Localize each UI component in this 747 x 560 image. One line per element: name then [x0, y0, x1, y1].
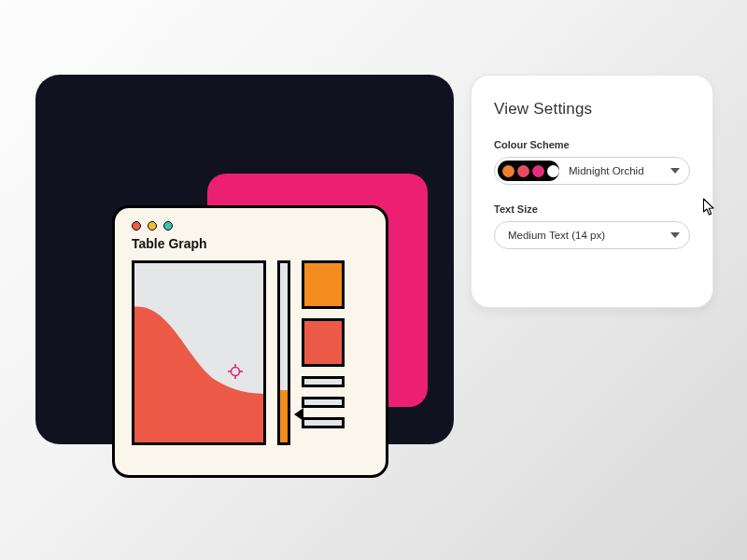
app-window-title: Table Graph	[132, 236, 369, 251]
vertical-slider-track[interactable]	[277, 260, 290, 445]
slider-wrapper	[277, 260, 290, 445]
scheme-swatch-4	[547, 165, 559, 177]
canvas[interactable]	[132, 260, 266, 445]
window-close-dot[interactable]	[132, 221, 141, 231]
colour-scheme-value: Midnight Orchid	[569, 165, 665, 176]
scheme-swatch-preview	[498, 161, 559, 181]
view-settings-panel: View Settings Colour Scheme Midnight Orc…	[471, 75, 713, 308]
swatch-secondary[interactable]	[302, 318, 345, 367]
field-text-size: Text Size Medium Text (14 px)	[494, 203, 690, 249]
swatch-slot-empty[interactable]	[302, 397, 345, 408]
slider-caret-icon[interactable]	[294, 408, 303, 421]
text-size-label: Text Size	[494, 203, 690, 215]
panel-title: View Settings	[494, 100, 690, 119]
text-size-dropdown[interactable]: Medium Text (14 px)	[494, 221, 690, 249]
swatch-stack	[302, 260, 345, 445]
workspace	[132, 260, 369, 445]
swatch-primary[interactable]	[302, 260, 345, 309]
colour-scheme-dropdown[interactable]: Midnight Orchid	[494, 157, 690, 185]
chevron-down-icon	[670, 232, 680, 238]
scheme-swatch-2	[517, 165, 529, 177]
text-size-value: Medium Text (14 px)	[508, 230, 665, 241]
vertical-slider-fill	[280, 390, 288, 442]
scheme-swatch-3	[532, 165, 544, 177]
scheme-swatch-1	[502, 165, 514, 177]
swatch-slot-empty[interactable]	[302, 376, 345, 387]
crosshair-icon[interactable]	[228, 364, 243, 379]
canvas-wave-shape	[134, 263, 263, 442]
window-zoom-dot[interactable]	[163, 221, 173, 231]
window-traffic-lights	[132, 221, 369, 231]
preview-card: Table Graph	[35, 75, 454, 444]
chevron-down-icon	[670, 168, 680, 174]
swatch-slot-empty[interactable]	[302, 417, 345, 428]
field-colour-scheme: Colour Scheme Midnight Orchid	[494, 139, 690, 185]
window-minimize-dot[interactable]	[148, 221, 157, 231]
app-window: Table Graph	[112, 205, 388, 478]
colour-scheme-label: Colour Scheme	[494, 139, 690, 150]
svg-point-0	[232, 368, 240, 376]
